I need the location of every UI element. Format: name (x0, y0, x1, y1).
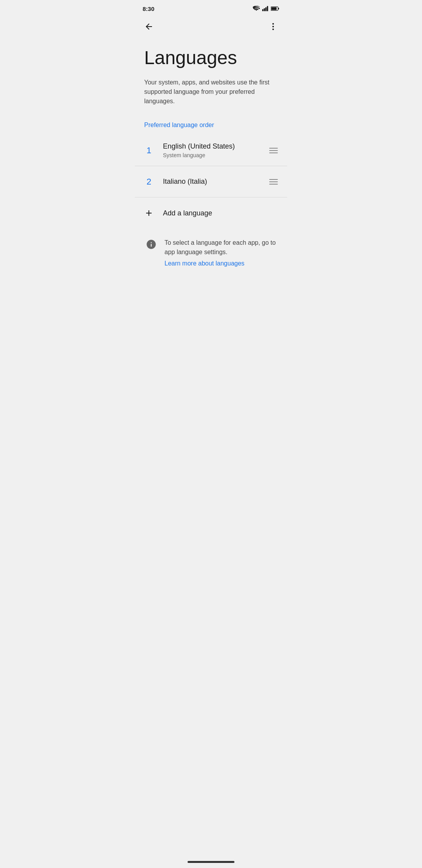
svg-point-0 (256, 9, 257, 11)
page-description: Your system, apps, and websites use the … (135, 75, 287, 115)
add-language-button[interactable]: Add a language (135, 197, 287, 229)
drag-handle-2[interactable] (266, 176, 281, 188)
info-icon (144, 239, 158, 253)
language-number-2: 2 (141, 177, 157, 187)
add-language-icon (141, 205, 157, 221)
svg-rect-7 (271, 7, 277, 10)
language-info-english: English (United States) System language (157, 142, 266, 158)
back-icon (144, 22, 154, 31)
language-list: 1 English (United States) System languag… (135, 135, 287, 197)
status-bar: 8:30 (135, 0, 287, 16)
drag-handle-1[interactable] (266, 145, 281, 156)
language-info-italian: Italiano (Italia) (157, 178, 266, 186)
language-name-english: English (United States) (163, 142, 266, 151)
status-time: 8:30 (143, 5, 154, 12)
top-bar (135, 16, 287, 38)
wifi-icon (253, 6, 260, 11)
language-name-italian: Italiano (Italia) (163, 178, 266, 186)
drag-line (269, 152, 278, 153)
svg-rect-2 (264, 8, 265, 11)
svg-rect-1 (262, 9, 263, 11)
language-item-italian[interactable]: 2 Italiano (Italia) (135, 166, 287, 197)
drag-line (269, 150, 278, 151)
preferred-language-order-header[interactable]: Preferred language order (135, 115, 287, 132)
page-title: Languages (135, 38, 287, 75)
drag-line (269, 148, 278, 149)
language-number-1: 1 (141, 145, 157, 156)
drag-line (269, 184, 278, 185)
svg-point-9 (272, 26, 274, 27)
svg-point-10 (272, 29, 274, 30)
more-options-button[interactable] (265, 19, 281, 34)
language-subtitle-english: System language (163, 152, 266, 158)
status-icons (253, 6, 279, 11)
battery-icon (271, 6, 279, 11)
signal-icon (262, 6, 268, 11)
svg-rect-4 (267, 6, 268, 11)
info-description: To select a language for each app, go to… (165, 239, 276, 255)
svg-rect-6 (278, 8, 279, 9)
back-button[interactable] (141, 19, 157, 34)
drag-line (269, 179, 278, 180)
learn-more-link[interactable]: Learn more about languages (165, 260, 245, 267)
add-language-label: Add a language (157, 209, 212, 217)
svg-point-8 (272, 23, 274, 25)
drag-line (269, 181, 278, 182)
info-text-container: To select a language for each app, go to… (165, 238, 278, 267)
language-item-english[interactable]: 1 English (United States) System languag… (135, 135, 287, 166)
svg-rect-3 (265, 7, 266, 11)
more-options-icon (268, 22, 278, 31)
info-section: To select a language for each app, go to… (135, 229, 287, 273)
